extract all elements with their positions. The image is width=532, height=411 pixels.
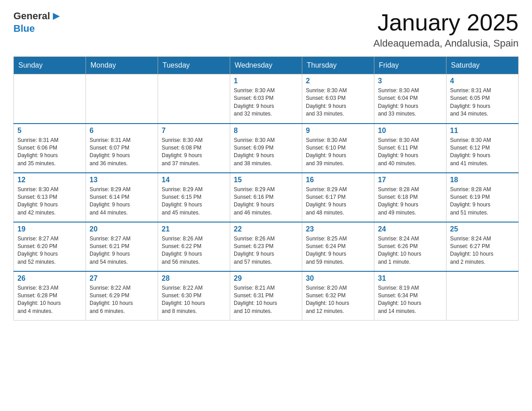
day-number: 26: [17, 274, 82, 283]
title-block: January 2025 Aldeaquemada, Andalusia, Sp…: [373, 9, 519, 49]
day-info: Sunrise: 8:30 AMSunset: 6:12 PMDaylight:…: [450, 137, 515, 168]
calendar-cell: 11Sunrise: 8:30 AMSunset: 6:12 PMDayligh…: [446, 124, 519, 173]
calendar-cell: [86, 74, 158, 124]
day-info: Sunrise: 8:30 AMSunset: 6:09 PMDaylight:…: [234, 137, 298, 168]
calendar-cell: 23Sunrise: 8:25 AMSunset: 6:24 PMDayligh…: [302, 222, 374, 271]
calendar-cell: 27Sunrise: 8:22 AMSunset: 6:29 PMDayligh…: [86, 271, 158, 321]
calendar-header-monday: Monday: [86, 57, 158, 74]
day-info: Sunrise: 8:24 AMSunset: 6:26 PMDaylight:…: [378, 235, 442, 266]
logo: General ► Blue: [13, 9, 63, 34]
calendar-week-row-3: 12Sunrise: 8:30 AMSunset: 6:13 PMDayligh…: [14, 173, 519, 222]
day-info: Sunrise: 8:22 AMSunset: 6:30 PMDaylight:…: [162, 284, 226, 316]
calendar-table: SundayMondayTuesdayWednesdayThursdayFrid…: [13, 56, 519, 321]
day-number: 27: [90, 274, 154, 283]
calendar-cell: 18Sunrise: 8:28 AMSunset: 6:19 PMDayligh…: [446, 173, 519, 222]
calendar-cell: 16Sunrise: 8:29 AMSunset: 6:17 PMDayligh…: [302, 173, 374, 222]
logo-general: General: [13, 10, 50, 22]
calendar-cell: 2Sunrise: 8:30 AMSunset: 6:03 PMDaylight…: [302, 74, 374, 124]
calendar-cell: 25Sunrise: 8:24 AMSunset: 6:27 PMDayligh…: [446, 222, 519, 271]
calendar-week-row-5: 26Sunrise: 8:23 AMSunset: 6:28 PMDayligh…: [14, 271, 519, 321]
day-number: 21: [162, 225, 226, 233]
calendar-header-thursday: Thursday: [302, 57, 374, 74]
day-number: 18: [450, 176, 515, 184]
day-info: Sunrise: 8:29 AMSunset: 6:17 PMDaylight:…: [306, 186, 370, 217]
day-info: Sunrise: 8:29 AMSunset: 6:16 PMDaylight:…: [234, 186, 298, 217]
calendar-header-tuesday: Tuesday: [158, 57, 230, 74]
day-info: Sunrise: 8:30 AMSunset: 6:11 PMDaylight:…: [378, 137, 442, 168]
day-number: 2: [306, 77, 370, 85]
calendar-week-row-4: 19Sunrise: 8:27 AMSunset: 6:20 PMDayligh…: [14, 222, 519, 271]
day-number: 9: [306, 127, 370, 135]
calendar-header-saturday: Saturday: [446, 57, 519, 74]
calendar-header-friday: Friday: [374, 57, 446, 74]
calendar-cell: 31Sunrise: 8:19 AMSunset: 6:34 PMDayligh…: [374, 271, 446, 321]
logo-arrow-icon: ►: [51, 9, 62, 23]
calendar-cell: 17Sunrise: 8:28 AMSunset: 6:18 PMDayligh…: [374, 173, 446, 222]
calendar-cell: 13Sunrise: 8:29 AMSunset: 6:14 PMDayligh…: [86, 173, 158, 222]
day-number: 30: [306, 274, 370, 283]
day-info: Sunrise: 8:30 AMSunset: 6:03 PMDaylight:…: [234, 87, 298, 118]
calendar-week-row-2: 5Sunrise: 8:31 AMSunset: 6:06 PMDaylight…: [14, 124, 519, 173]
calendar-cell: 4Sunrise: 8:31 AMSunset: 6:05 PMDaylight…: [446, 74, 519, 124]
day-number: 5: [17, 127, 82, 135]
day-number: 23: [306, 225, 370, 233]
calendar-cell: 7Sunrise: 8:30 AMSunset: 6:08 PMDaylight…: [158, 124, 230, 173]
day-number: 17: [378, 176, 442, 184]
calendar-cell: 29Sunrise: 8:21 AMSunset: 6:31 PMDayligh…: [230, 271, 302, 321]
day-info: Sunrise: 8:28 AMSunset: 6:18 PMDaylight:…: [378, 186, 442, 217]
day-number: 8: [234, 127, 298, 135]
day-number: 11: [450, 127, 515, 135]
day-info: Sunrise: 8:29 AMSunset: 6:15 PMDaylight:…: [162, 186, 226, 217]
calendar-cell: 12Sunrise: 8:30 AMSunset: 6:13 PMDayligh…: [14, 173, 86, 222]
day-number: 25: [450, 225, 515, 233]
calendar-cell: 3Sunrise: 8:30 AMSunset: 6:04 PMDaylight…: [374, 74, 446, 124]
day-number: 15: [234, 176, 298, 184]
day-info: Sunrise: 8:21 AMSunset: 6:31 PMDaylight:…: [234, 284, 298, 316]
day-info: Sunrise: 8:27 AMSunset: 6:20 PMDaylight:…: [17, 235, 82, 266]
day-info: Sunrise: 8:29 AMSunset: 6:14 PMDaylight:…: [90, 186, 154, 217]
calendar-cell: 28Sunrise: 8:22 AMSunset: 6:30 PMDayligh…: [158, 271, 230, 321]
calendar-cell: 19Sunrise: 8:27 AMSunset: 6:20 PMDayligh…: [14, 222, 86, 271]
day-info: Sunrise: 8:30 AMSunset: 6:08 PMDaylight:…: [162, 137, 226, 168]
day-number: 3: [378, 77, 442, 85]
calendar-cell: 30Sunrise: 8:20 AMSunset: 6:32 PMDayligh…: [302, 271, 374, 321]
day-info: Sunrise: 8:31 AMSunset: 6:06 PMDaylight:…: [17, 137, 82, 168]
calendar-cell: 9Sunrise: 8:30 AMSunset: 6:10 PMDaylight…: [302, 124, 374, 173]
day-number: 16: [306, 176, 370, 184]
day-info: Sunrise: 8:31 AMSunset: 6:07 PMDaylight:…: [90, 137, 154, 168]
calendar-cell: 24Sunrise: 8:24 AMSunset: 6:26 PMDayligh…: [374, 222, 446, 271]
calendar-cell: 20Sunrise: 8:27 AMSunset: 6:21 PMDayligh…: [86, 222, 158, 271]
day-info: Sunrise: 8:25 AMSunset: 6:24 PMDaylight:…: [306, 235, 370, 266]
day-number: 31: [378, 274, 442, 283]
day-number: 7: [162, 127, 226, 135]
day-info: Sunrise: 8:26 AMSunset: 6:23 PMDaylight:…: [234, 235, 298, 266]
day-number: 13: [90, 176, 154, 184]
day-info: Sunrise: 8:30 AMSunset: 6:03 PMDaylight:…: [306, 87, 370, 118]
day-info: Sunrise: 8:30 AMSunset: 6:04 PMDaylight:…: [378, 87, 442, 118]
day-info: Sunrise: 8:23 AMSunset: 6:28 PMDaylight:…: [17, 284, 82, 316]
calendar-cell: 5Sunrise: 8:31 AMSunset: 6:06 PMDaylight…: [14, 124, 86, 173]
calendar-week-row-1: 1Sunrise: 8:30 AMSunset: 6:03 PMDaylight…: [14, 74, 519, 124]
day-number: 14: [162, 176, 226, 184]
calendar-cell: 6Sunrise: 8:31 AMSunset: 6:07 PMDaylight…: [86, 124, 158, 173]
calendar-cell: 1Sunrise: 8:30 AMSunset: 6:03 PMDaylight…: [230, 74, 302, 124]
page-header: General ► Blue January 2025 Aldeaquemada…: [13, 9, 519, 49]
calendar-cell: 8Sunrise: 8:30 AMSunset: 6:09 PMDaylight…: [230, 124, 302, 173]
calendar-cell: 21Sunrise: 8:26 AMSunset: 6:22 PMDayligh…: [158, 222, 230, 271]
calendar-cell: [446, 271, 519, 321]
calendar-cell: [14, 74, 86, 124]
day-number: 19: [17, 225, 82, 233]
day-number: 29: [234, 274, 298, 283]
day-info: Sunrise: 8:19 AMSunset: 6:34 PMDaylight:…: [378, 284, 442, 316]
day-info: Sunrise: 8:26 AMSunset: 6:22 PMDaylight:…: [162, 235, 226, 266]
day-info: Sunrise: 8:27 AMSunset: 6:21 PMDaylight:…: [90, 235, 154, 266]
day-number: 1: [234, 77, 298, 85]
day-info: Sunrise: 8:28 AMSunset: 6:19 PMDaylight:…: [450, 186, 515, 217]
day-info: Sunrise: 8:20 AMSunset: 6:32 PMDaylight:…: [306, 284, 370, 316]
day-number: 4: [450, 77, 515, 85]
main-title: January 2025: [373, 9, 519, 36]
day-info: Sunrise: 8:30 AMSunset: 6:10 PMDaylight:…: [306, 137, 370, 168]
calendar-cell: 26Sunrise: 8:23 AMSunset: 6:28 PMDayligh…: [14, 271, 86, 321]
subtitle: Aldeaquemada, Andalusia, Spain: [373, 38, 519, 49]
calendar-cell: 22Sunrise: 8:26 AMSunset: 6:23 PMDayligh…: [230, 222, 302, 271]
